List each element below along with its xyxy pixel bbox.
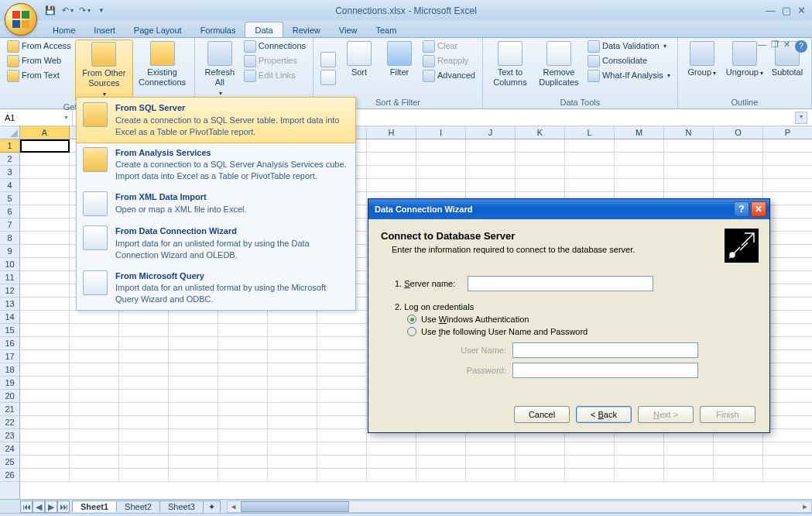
data-connection-wizard-dialog: Data Connection Wizard ? ✕ Connect to Da…	[368, 198, 770, 433]
existing-conn-icon	[150, 41, 175, 66]
connections-button[interactable]: Connections	[242, 40, 308, 53]
from-text-button[interactable]: From Text	[5, 69, 74, 83]
consolidate-button[interactable]: Consolidate	[585, 54, 673, 68]
properties-button[interactable]: Properties	[242, 54, 308, 68]
help-icon[interactable]: ?	[795, 40, 807, 53]
sort-icon	[347, 41, 372, 66]
office-button[interactable]	[5, 3, 37, 36]
connections-icon	[244, 40, 256, 53]
svg-point-1	[730, 253, 735, 257]
wizard-icon	[725, 229, 759, 263]
radio-icon	[407, 315, 416, 324]
workbook-close-button[interactable]: ✕	[783, 40, 790, 50]
workbook-minimize-button[interactable]: —	[758, 40, 766, 50]
dialog-close-button[interactable]: ✕	[751, 201, 766, 217]
clear-icon	[423, 40, 435, 53]
ttc-icon	[498, 41, 522, 66]
password-label: Password:	[440, 366, 512, 375]
server-name-input[interactable]	[468, 276, 653, 291]
from-access-button[interactable]: From Access	[5, 40, 74, 53]
validation-icon	[588, 40, 600, 53]
consolidate-icon	[588, 55, 600, 67]
tab-formulas[interactable]: Formulas	[191, 22, 245, 37]
menu-from-ms-query[interactable]: From Microsoft QueryImport data for an u…	[77, 266, 355, 311]
sort-desc-icon	[320, 70, 336, 85]
menu-from-connection-wizard[interactable]: From Data Connection WizardImport data f…	[77, 221, 355, 266]
group-button[interactable]: Group▾	[683, 40, 721, 97]
sort-button[interactable]: Sort	[340, 40, 379, 97]
new-sheet-tab[interactable]: ✦	[203, 501, 221, 513]
save-icon[interactable]: 💾	[43, 4, 57, 18]
server-name-label: 1. Server name:	[395, 279, 468, 288]
horizontal-scrollbar[interactable]	[227, 501, 812, 513]
sheet-tab-1[interactable]: Sheet1	[72, 501, 117, 512]
dialog-subtext: Enter the information required to connec…	[381, 245, 757, 254]
select-all-corner[interactable]	[0, 126, 20, 139]
conn-wizard-icon	[83, 225, 108, 250]
radio-icon	[407, 327, 416, 336]
sheet-nav[interactable]: ⏮◀▶⏭	[20, 501, 70, 513]
name-box[interactable]: A1	[0, 109, 73, 126]
cancel-button[interactable]: Cancel	[514, 406, 570, 423]
workbook-restore-button[interactable]: ❐	[771, 40, 779, 50]
filter-button[interactable]: Filter	[380, 40, 419, 97]
tab-data[interactable]: Data	[245, 22, 283, 37]
credentials-label: 2. Log on credentials	[381, 302, 757, 311]
sql-server-icon	[83, 102, 108, 127]
tab-page-layout[interactable]: Page Layout	[125, 22, 191, 37]
advanced-icon	[423, 70, 435, 82]
reapply-icon	[423, 55, 435, 67]
dialog-title: Data Connection Wizard	[375, 205, 472, 214]
tab-view[interactable]: View	[330, 22, 367, 37]
password-input[interactable]	[512, 363, 698, 378]
tab-review[interactable]: Review	[283, 22, 330, 37]
finish-button[interactable]: Finish	[700, 406, 755, 423]
qat-customize-icon[interactable]: ▼	[94, 4, 108, 18]
links-icon	[244, 70, 256, 82]
maximize-button[interactable]: ▢	[782, 5, 791, 16]
sort-asc-button[interactable]	[318, 51, 338, 68]
existing-connections-button[interactable]: Existing Connections	[135, 40, 190, 101]
from-other-sources-button[interactable]: From Other Sources ▾	[75, 40, 134, 101]
close-button[interactable]: ✕	[797, 5, 806, 16]
radio-username-password[interactable]: Use the following User Name and Password	[407, 327, 757, 336]
sheet-tab-3[interactable]: Sheet3	[159, 501, 204, 512]
from-other-sources-menu: From SQL ServerCreate a connection to a …	[76, 97, 356, 311]
menu-from-sql-server[interactable]: From SQL ServerCreate a connection to a …	[76, 97, 356, 143]
text-icon	[7, 70, 19, 82]
remove-duplicates-button[interactable]: Remove Duplicates	[534, 40, 584, 97]
refresh-all-button[interactable]: Refresh All▾	[200, 40, 240, 100]
advanced-button[interactable]: Advanced	[420, 69, 478, 83]
next-button[interactable]: Next >	[638, 406, 694, 423]
sort-asc-icon	[320, 52, 336, 67]
whatif-button[interactable]: What-If Analysis▾	[585, 69, 673, 83]
from-web-button[interactable]: From Web	[5, 54, 74, 68]
sort-desc-button[interactable]	[318, 69, 338, 86]
data-validation-button[interactable]: Data Validation▾	[585, 40, 673, 53]
refresh-icon	[207, 41, 232, 66]
username-label: User Name:	[440, 346, 512, 355]
web-icon	[7, 55, 19, 67]
whatif-icon	[588, 70, 600, 82]
group-datatools-label: Data Tools	[488, 97, 673, 108]
undo-icon[interactable]: ↶▾	[60, 4, 74, 18]
radio-windows-auth[interactable]: Use Windows Authentication	[407, 315, 757, 324]
dialog-help-button[interactable]: ?	[734, 201, 749, 217]
dup-icon	[546, 41, 571, 66]
reapply-button[interactable]: Reapply	[420, 54, 478, 68]
back-button[interactable]: < Back	[576, 406, 632, 423]
props-icon	[244, 55, 256, 67]
tab-insert[interactable]: Insert	[84, 22, 125, 37]
clear-button[interactable]: Clear	[420, 40, 478, 53]
menu-from-analysis-services[interactable]: From Analysis ServicesCreate a connectio…	[77, 143, 355, 187]
redo-icon[interactable]: ↷▾	[77, 4, 91, 18]
row-headers[interactable]: 1234567891011121314151617181920212223242…	[0, 139, 20, 499]
tab-home[interactable]: Home	[43, 22, 84, 37]
edit-links-button[interactable]: Edit Links	[242, 69, 308, 83]
sheet-tab-2[interactable]: Sheet2	[116, 501, 160, 512]
tab-team[interactable]: Team	[366, 22, 406, 37]
username-input[interactable]	[512, 342, 698, 358]
text-to-columns-button[interactable]: Text to Columns	[488, 40, 533, 97]
minimize-button[interactable]: —	[766, 5, 776, 16]
menu-from-xml[interactable]: From XML Data ImportOpen or map a XML fi…	[77, 187, 355, 221]
